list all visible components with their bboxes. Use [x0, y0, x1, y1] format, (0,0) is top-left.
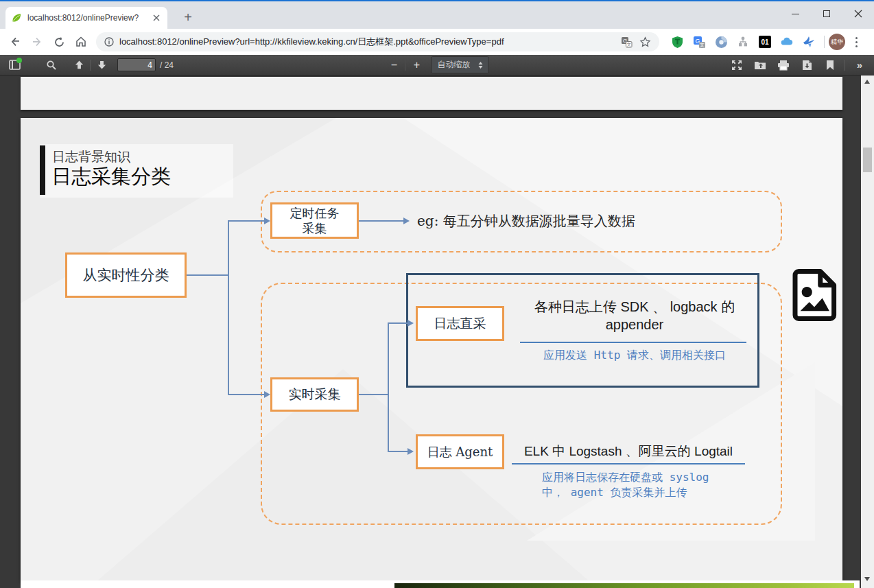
- url-text: localhost:8012/onlinePreview?url=http://…: [119, 36, 614, 48]
- scheduled-example-text: eg: 每五分钟从数据源批量导入数据: [417, 212, 635, 231]
- arrowhead-icon: [264, 217, 270, 224]
- next-page-photo-strip: [394, 583, 854, 588]
- connector-line: [228, 220, 264, 222]
- direct-note-text: 应用发送 Http 请求、调用相关接口: [501, 349, 768, 363]
- zoom-in-button[interactable]: +: [408, 57, 426, 73]
- home-icon[interactable]: [71, 32, 91, 51]
- arrowhead-icon: [264, 391, 270, 398]
- zoom-out-button[interactable]: −: [386, 57, 403, 73]
- minimize-button[interactable]: [779, 3, 811, 25]
- connector-line: [388, 322, 389, 451]
- back-icon[interactable]: [5, 32, 25, 51]
- direct-desc-text: 各种日志上传 SDK 、 logback 的 appender: [511, 298, 758, 333]
- address-bar: localhost:8012/onlinePreview?url=http://…: [0, 29, 874, 55]
- shield-extension-icon[interactable]: [668, 33, 686, 51]
- arrowhead-icon: [408, 448, 414, 455]
- bookmark-star-icon[interactable]: [639, 36, 651, 48]
- maximize-button[interactable]: [811, 3, 842, 25]
- open-file-icon[interactable]: [751, 57, 769, 73]
- close-button[interactable]: [842, 3, 874, 25]
- node-log-agent: 日志 Agent: [416, 434, 504, 469]
- connector-line: [359, 394, 388, 395]
- page-info-icon[interactable]: [104, 37, 114, 47]
- node-scheduled-collection: 定时任务 采集: [270, 202, 359, 239]
- download-icon[interactable]: [798, 57, 816, 73]
- zoom-level-label: 自动缩放: [438, 59, 471, 71]
- browser-tab[interactable]: localhost:8012/onlinePreview?: [5, 7, 167, 29]
- slide-title: 日志采集分类: [51, 163, 171, 191]
- pdf-viewer-area[interactable]: 日志背景知识 日志采集分类 从实时性分类 定时任务: [0, 75, 861, 588]
- slide-title-accent-bar: [40, 145, 45, 195]
- extensions-area: G文 01 精华: [663, 33, 870, 51]
- connector-line: [228, 220, 229, 395]
- svg-text:文: 文: [700, 42, 705, 47]
- sidebar-notification-dot: [16, 58, 22, 63]
- connector-line: [388, 322, 408, 324]
- sitemap-extension-icon[interactable]: [734, 33, 752, 51]
- forward-icon[interactable]: [27, 32, 47, 51]
- search-icon[interactable]: [43, 57, 60, 73]
- bookmark-icon[interactable]: [821, 57, 839, 73]
- tab-close-icon[interactable]: [151, 12, 162, 23]
- arrowhead-icon: [403, 217, 410, 224]
- pdf-page-4: 日志背景知识 日志采集分类 从实时性分类 定时任务: [21, 118, 842, 582]
- tab-title: localhost:8012/onlinePreview?: [27, 13, 145, 23]
- next-page-icon[interactable]: [93, 57, 110, 73]
- agent-note-text: 应用将日志保存在硬盘或 syslog 中， agent 负责采集并上传: [542, 470, 709, 500]
- cloud-extension-icon[interactable]: [778, 33, 796, 51]
- 01-extension-icon[interactable]: 01: [756, 33, 774, 51]
- zoom-level-select[interactable]: 自动缩放: [432, 56, 489, 73]
- connector-line: [187, 274, 228, 276]
- node-direct-collection: 日志直采: [416, 306, 504, 341]
- node-classification: 从实时性分类: [65, 252, 187, 298]
- sidebar-toggle-icon[interactable]: [5, 57, 23, 73]
- window-controls: [779, 3, 874, 25]
- translate-icon[interactable]: G文: [621, 36, 633, 48]
- page-number-input[interactable]: [117, 58, 156, 71]
- pdf-page-3-bottom: [21, 77, 842, 110]
- pdf-toolbar-right: »: [728, 57, 869, 73]
- viewer-scrollbar[interactable]: [861, 75, 874, 588]
- profile-avatar[interactable]: 精华: [829, 34, 845, 50]
- agent-desc-text: ELK 中 Logstash 、阿里云的 Logtail: [512, 443, 745, 460]
- connector-line: [359, 220, 403, 222]
- tab-strip: localhost:8012/onlinePreview? +: [0, 1, 874, 29]
- chrome-menu-icon[interactable]: [847, 33, 865, 51]
- select-arrows-icon: [479, 62, 483, 69]
- arrowhead-icon: [408, 320, 414, 327]
- new-tab-button[interactable]: +: [178, 8, 198, 27]
- presentation-mode-icon[interactable]: [728, 57, 746, 73]
- scrollbar-thumb[interactable]: [863, 148, 872, 172]
- toolbar-divider: [90, 60, 91, 71]
- translate-extension-icon[interactable]: G文: [690, 33, 708, 51]
- url-field[interactable]: localhost:8012/onlinePreview?url=http://…: [96, 32, 659, 51]
- reload-icon[interactable]: [49, 32, 69, 51]
- pdf-toolbar-left: / 24: [5, 57, 174, 73]
- toolbar-divider: [845, 60, 845, 71]
- bird-extension-icon[interactable]: [800, 33, 818, 51]
- pdf-toolbar: / 24 − + 自动缩放: [0, 55, 874, 75]
- more-tools-button[interactable]: »: [851, 57, 869, 73]
- swirl-extension-icon[interactable]: [712, 33, 730, 51]
- direct-underline: [520, 342, 746, 343]
- extensions-separator: [824, 36, 825, 48]
- agent-underline: [512, 463, 745, 464]
- connector-line: [228, 394, 264, 395]
- page-count-label: / 24: [160, 60, 174, 70]
- image-placeholder-icon: [790, 269, 838, 321]
- connector-line: [388, 451, 408, 452]
- toolbar-divider: [405, 60, 406, 71]
- node-realtime-collection: 实时采集: [270, 377, 359, 412]
- scroll-down-icon[interactable]: [864, 577, 870, 581]
- print-icon[interactable]: [775, 57, 792, 73]
- browser-window: localhost:8012/onlinePreview? +: [0, 0, 874, 588]
- svg-text:文: 文: [627, 42, 632, 47]
- previous-page-icon[interactable]: [70, 57, 88, 73]
- scroll-up-icon[interactable]: [864, 80, 870, 84]
- pdf-toolbar-center: − + 自动缩放: [386, 56, 489, 73]
- spring-leaf-favicon: [11, 12, 22, 23]
